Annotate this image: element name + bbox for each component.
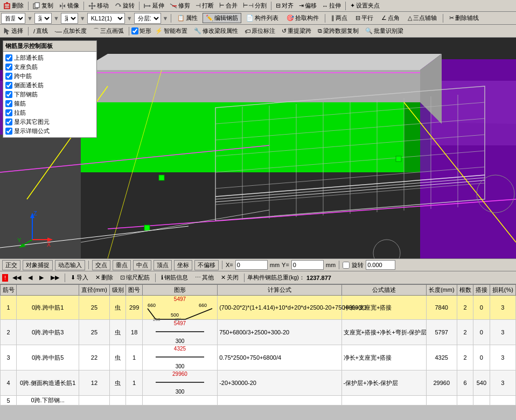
steel-checkbox-0[interactable] — [5, 54, 12, 61]
no-offset-btn[interactable]: 不偏移 — [194, 260, 219, 270]
orig-mark-btn[interactable]: 🏷 原位标注 — [242, 26, 278, 36]
x-input[interactable] — [235, 260, 268, 270]
section-select[interactable]: 分层1 — [134, 13, 161, 24]
rotate-label: 旋转 — [352, 261, 364, 269]
cell-shape: 1 — [126, 345, 142, 370]
intersect-btn[interactable]: 交点 — [92, 260, 110, 270]
member-list-btn[interactable]: 📄 构件列表 — [243, 13, 282, 23]
next-btn[interactable]: ▶ — [37, 274, 46, 282]
cell-name: 0跨.跨中筋1 — [17, 296, 79, 320]
trim-btn[interactable]: 修剪 — [168, 1, 192, 10]
copy-btn[interactable]: 复制 — [31, 1, 55, 10]
steel-checkbox-3[interactable] — [5, 82, 12, 89]
copy-data-btn[interactable]: ⧉ 梁跨数据复制 — [315, 26, 361, 36]
delete-btn[interactable]: 删除 — [1, 1, 26, 10]
break-btn[interactable]: ⊣ 打断 — [193, 1, 216, 10]
error-indicator[interactable]: ! — [2, 274, 8, 282]
midpoint-btn[interactable]: 中点 — [133, 260, 151, 270]
other-btn[interactable]: ⋯ 其他 — [192, 273, 217, 282]
mirror-btn[interactable]: 镜像 — [57, 1, 81, 10]
steel-checkbox-8[interactable] — [5, 128, 12, 135]
code-select[interactable]: KL12(1) — [87, 13, 125, 24]
rotate-btn[interactable]: 旋转 — [112, 1, 137, 10]
split-btn[interactable]: ⊢⊣ 分割 — [241, 1, 269, 10]
svg-text:Y: Y — [17, 237, 22, 243]
prev-btn[interactable]: ◀ — [25, 274, 35, 282]
snap-btn[interactable]: 对象捕捉 — [23, 260, 53, 270]
table-row[interactable]: 30跨.跨中筋522虫1 4325 3000.75*2500+750+6800/… — [1, 345, 516, 370]
cell-length: 5797 — [426, 320, 457, 345]
type1-select[interactable]: 梁 — [34, 13, 52, 24]
batch-id-btn[interactable]: 🔍 批量识别梁 — [362, 26, 406, 36]
viewport-3d[interactable]: 钢筋显示控制面板 上部通长筋支座负筋跨中筋侧面通长筋下部钢筋箍筋拉筋显示其它图元… — [0, 38, 516, 258]
coord-btn[interactable]: 坐标 — [174, 260, 192, 270]
steel-checkbox-1[interactable] — [5, 64, 12, 71]
rebar-info-btn[interactable]: ℹ 钢筋信息 — [158, 273, 191, 282]
steel-checkbox-4[interactable] — [5, 91, 12, 98]
steel-checkbox-6[interactable] — [5, 109, 12, 116]
align-btn[interactable]: ⊟ 对齐 — [274, 1, 296, 10]
first-btn[interactable]: ◀◀ — [10, 274, 24, 282]
rect-check[interactable]: 矩形 — [131, 27, 151, 35]
type2-select[interactable]: 梁 — [61, 13, 78, 24]
del-aux-btn[interactable]: ✂ 删除辅线 — [446, 13, 482, 23]
cell-figure: 5497 660 500 660 250 45° — [142, 296, 217, 320]
steel-control-panel: 钢筋显示控制面板 上部通长筋支座负筋跨中筋侧面通长筋下部钢筋箍筋拉筋显示其它图元… — [3, 40, 97, 138]
cell-name: 0跨.跨中筋3 — [17, 320, 79, 345]
floor-select[interactable]: 首层 — [1, 13, 25, 24]
grip-btn[interactable]: ✦ 设置夹点 — [348, 1, 382, 10]
separator — [155, 274, 156, 282]
point-len-btn[interactable]: ·— 点加长度 — [52, 26, 89, 36]
angle-btn[interactable]: ∠ 点角 — [378, 13, 403, 23]
re-span-btn[interactable]: ↺ 重提梁跨 — [279, 26, 314, 36]
y-input[interactable] — [291, 260, 324, 270]
separator — [139, 2, 140, 10]
cell-name: 0跨.下部钢... — [17, 396, 79, 405]
line-btn[interactable]: / 直线 — [31, 26, 51, 36]
extend-btn[interactable]: 延伸 — [142, 1, 166, 10]
steel-check-item-7: 显示其它图元 — [5, 117, 94, 127]
dynamic-input-btn[interactable]: 动态输入 — [55, 260, 85, 270]
three-axis-btn[interactable]: △ 三点辅轴 — [405, 13, 440, 23]
cell-count: 6 — [457, 370, 473, 396]
svg-line-79 — [185, 309, 212, 319]
cell-grade: 虫 — [110, 345, 126, 370]
modify-beam-btn[interactable]: 🔧 修改梁段属性 — [191, 26, 241, 36]
merge-btn[interactable]: ⊢ 合并 — [217, 1, 240, 10]
select-btn[interactable]: 选择 — [1, 26, 26, 36]
steel-checkbox-5[interactable] — [5, 100, 12, 107]
svg-rect-63 — [396, 156, 401, 162]
last-btn[interactable]: ▶▶ — [48, 274, 62, 282]
cell-formula — [218, 396, 341, 405]
vertex-btn[interactable]: 顶点 — [154, 260, 172, 270]
steel-checkbox-7[interactable] — [5, 118, 12, 125]
scale-btn[interactable]: ⊡ 缩尺配筋 — [117, 273, 152, 282]
table-row[interactable]: 50跨.下部钢... — [1, 396, 516, 405]
offset-btn[interactable]: ⇥ 偏移 — [297, 1, 319, 10]
close-btn[interactable]: ✕ 关闭 — [218, 273, 241, 282]
table-row[interactable]: 10跨.跨中筋125虫299 5497 660 500 660 250 45° … — [1, 296, 516, 320]
rotate-input[interactable] — [366, 260, 395, 270]
stretch-btn[interactable]: ↔ 拉伸 — [320, 1, 343, 10]
svg-marker-22 — [4, 28, 9, 34]
property-btn[interactable]: 📋 属性 — [174, 13, 201, 23]
move-btn[interactable]: 移动 — [86, 1, 111, 10]
two-point-btn[interactable]: ∥ 两点 — [328, 13, 351, 23]
table-row[interactable]: 40跨.侧面构造通长筋112虫1 29960 300-20+30000-20-保… — [1, 370, 516, 396]
edit-rebar-btn[interactable]: ✏️ 编辑钢筋 — [203, 13, 241, 23]
del-rebar-btn[interactable]: ✕ 删除 — [93, 273, 116, 282]
smart-layout-btn[interactable]: ⚡ 智能布置 — [152, 26, 190, 36]
steel-check-item-6: 拉筋 — [5, 108, 94, 117]
parallel-btn[interactable]: ⊟ 平行 — [352, 13, 376, 23]
table-row[interactable]: 20跨.跨中筋325虫18 5497 300750+6800/3+2500+30… — [1, 320, 516, 345]
ortho-btn[interactable]: 正交 — [2, 260, 20, 270]
import-btn[interactable]: ⬇ 导入 — [68, 273, 91, 282]
perp-btn[interactable]: 垂点 — [113, 260, 131, 270]
rotate-checkbox[interactable] — [343, 262, 350, 269]
arc-btn[interactable]: ⌒ 三点画弧 — [90, 26, 127, 36]
coord-bar: 正交 对象捕捉 动态输入 交点 垂点 中点 顶点 坐标 不偏移 X= mm Y=… — [0, 258, 516, 271]
pick-member-btn[interactable]: 🎯 拾取构件 — [283, 13, 322, 23]
steel-checkbox-2[interactable] — [5, 73, 12, 80]
cell-name: 0跨.侧面构造通长筋1 — [17, 370, 79, 396]
cell-lap: 0 — [473, 345, 490, 370]
